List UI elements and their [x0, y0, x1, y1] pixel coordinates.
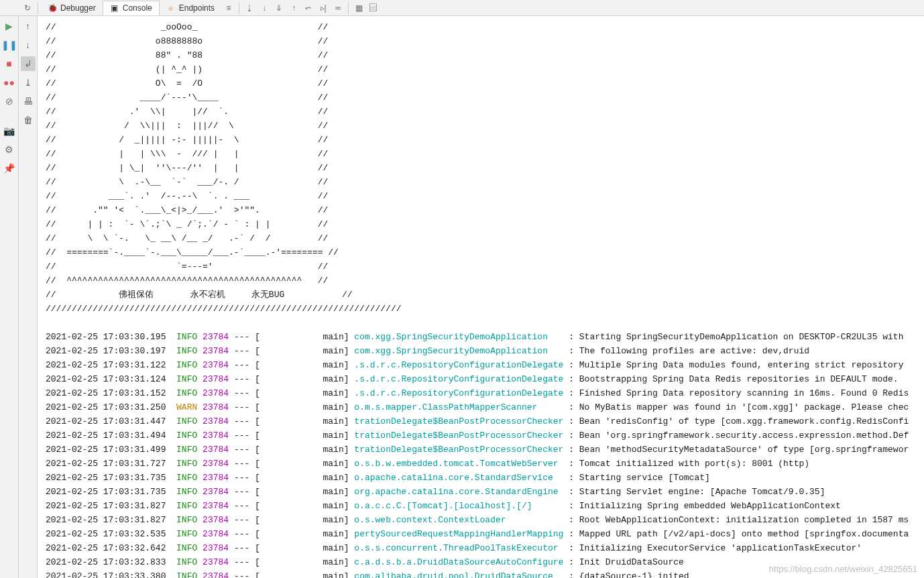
ascii-banner-line: // _ooOoo_ //: [46, 20, 919, 34]
run-to-cursor-icon[interactable]: ▹|: [316, 1, 331, 15]
tab-endpoints[interactable]: ⟐ Endpoints: [160, 1, 221, 15]
scroll-down-icon[interactable]: ↓: [21, 38, 36, 52]
run-controls: ▶ ❚❚ ■ ●● ⊘ 📷 ⚙ 📌: [0, 16, 19, 578]
pin-icon[interactable]: 📌: [2, 161, 17, 176]
ascii-banner-line: // ^^^^^^^^^^^^^^^^^^^^^^^^^^^^^^^^^^^^^…: [46, 274, 919, 288]
bug-icon: 🐞: [48, 3, 57, 13]
dump-threads-icon[interactable]: 📷: [2, 123, 17, 138]
ascii-banner-line: // 88" . "88 //: [46, 48, 919, 62]
log-line: 2021-02-25 17:03:31.827 INFO 23784 --- […: [46, 513, 919, 527]
log-line: 2021-02-25 17:03:31.727 INFO 23784 --- […: [46, 457, 919, 471]
layout-icon[interactable]: ≡: [221, 1, 236, 15]
ascii-banner-line: // | | \\\ - /// | | //: [46, 147, 919, 161]
ascii-banner-line: // ."" '< `.___\_<|>_/___.' >'"". //: [46, 203, 919, 217]
tab-label: Console: [123, 3, 152, 13]
ascii-banner-line: // (| ^_^ |) //: [46, 62, 919, 76]
step-out-icon[interactable]: ↑: [286, 1, 301, 15]
ascii-banner-line: // ____/`---'\____ //: [46, 91, 919, 105]
log-line: 2021-02-25 17:03:31.494 INFO 23784 --- […: [46, 428, 919, 443]
debugger-toolbar: ↻ 🐞 Debugger ▣ Console ⟐ Endpoints ≡ ⭭ ↓…: [0, 0, 924, 16]
scroll-to-end-icon[interactable]: ⤓: [21, 75, 36, 90]
console-output[interactable]: // _ooOoo_ //// o8888888o //// 88" . "88…: [38, 16, 924, 578]
trace-icon[interactable]: ▦: [351, 1, 366, 15]
console-controls: ↑ ↓ ↲ ⤓ 🖶 🗑: [19, 16, 38, 578]
scroll-up-icon[interactable]: ↑: [21, 19, 36, 34]
rerun-icon[interactable]: ↻: [20, 1, 35, 15]
console-icon: ▣: [110, 3, 119, 13]
watermark-text: https://blog.csdn.net/weixin_42825651: [769, 564, 917, 574]
ascii-banner-line: // / _||||| -:- |||||- \ //: [46, 133, 919, 147]
step-into-icon[interactable]: ↓: [257, 1, 272, 15]
memory-icon[interactable]: ⿳: [366, 1, 381, 15]
ascii-banner-line: // ========`-.____`-.___\_____/___.-`___…: [46, 245, 919, 259]
clear-all-icon[interactable]: 🗑: [21, 113, 36, 127]
resume-icon[interactable]: ▶: [2, 19, 17, 34]
ascii-banner-line: // | | : `- \`.;`\ _ /`;.`/ - ` : | | //: [46, 217, 919, 231]
drop-frame-icon[interactable]: ⤺: [301, 1, 316, 15]
tab-label: Endpoints: [179, 3, 215, 13]
log-line: 2021-02-25 17:03:32.535 INFO 23784 --- […: [46, 527, 919, 541]
log-line: 2021-02-25 17:03:30.195 INFO 23784 --- […: [46, 330, 919, 344]
ascii-banner-line: ////////////////////////////////////////…: [46, 302, 919, 316]
log-line: 2021-02-25 17:03:31.447 INFO 23784 --- […: [46, 414, 919, 428]
view-breakpoints-icon[interactable]: ●●: [2, 75, 17, 90]
soft-wrap-icon[interactable]: ↲: [21, 56, 36, 71]
ascii-banner-line: // `=---=' //: [46, 259, 919, 274]
log-line: 2021-02-25 17:03:32.642 INFO 23784 --- […: [46, 541, 919, 555]
log-line: 2021-02-25 17:03:31.499 INFO 23784 --- […: [46, 443, 919, 457]
ascii-banner-line: // \ \ `-. \_ __\ /__ _/ .-` / / //: [46, 231, 919, 245]
log-line: 2021-02-25 17:03:31.250 WARN 23784 --- […: [46, 400, 919, 414]
tab-debugger[interactable]: 🐞 Debugger: [41, 1, 103, 15]
settings-icon[interactable]: ⚙: [2, 142, 17, 157]
log-line: 2021-02-25 17:03:31.827 INFO 23784 --- […: [46, 499, 919, 513]
ascii-banner-line: // | \_| ''\---/'' | | //: [46, 161, 919, 175]
tab-console[interactable]: ▣ Console: [103, 1, 160, 15]
pause-icon[interactable]: ❚❚: [2, 38, 17, 52]
evaluate-icon[interactable]: ≂: [331, 1, 345, 15]
ascii-banner-line: // O\ = /O //: [46, 76, 919, 91]
ascii-banner-line: // \ .-\__ `-` ___/-. / //: [46, 175, 919, 189]
ascii-banner-line: // o8888888o //: [46, 34, 919, 48]
mute-breakpoints-icon[interactable]: ⊘: [2, 94, 17, 109]
log-line: 2021-02-25 17:03:31.124 INFO 23784 --- […: [46, 372, 919, 386]
ascii-banner-line: // 佛祖保佑 永不宕机 永无BUG //: [46, 288, 919, 302]
tab-label: Debugger: [60, 3, 96, 13]
log-line: 2021-02-25 17:03:31.735 INFO 23784 --- […: [46, 485, 919, 499]
ascii-banner-line: // .' \\| |// `. //: [46, 105, 919, 119]
print-icon[interactable]: 🖶: [21, 94, 36, 109]
log-line: 2021-02-25 17:03:31.735 INFO 23784 --- […: [46, 471, 919, 485]
ascii-banner-line: // / \\||| : |||// \ //: [46, 119, 919, 133]
ascii-banner-line: // ___`. .' /--.--\ `. . ___ //: [46, 189, 919, 203]
step-over-icon[interactable]: ⭭: [242, 1, 257, 15]
log-line: 2021-02-25 17:03:31.122 INFO 23784 --- […: [46, 358, 919, 372]
stop-icon[interactable]: ■: [2, 56, 17, 71]
force-step-into-icon[interactable]: ⇓: [272, 1, 286, 15]
log-line: 2021-02-25 17:03:30.197 INFO 23784 --- […: [46, 344, 919, 358]
endpoints-icon: ⟐: [166, 3, 176, 13]
log-line: 2021-02-25 17:03:31.152 INFO 23784 --- […: [46, 386, 919, 400]
